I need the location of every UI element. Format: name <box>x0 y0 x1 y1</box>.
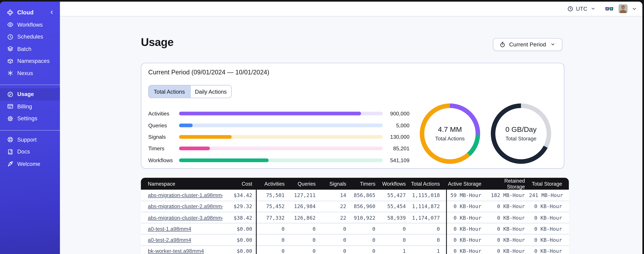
namespace-link[interactable]: abs-migration-cluster-3.a98mm4 <box>141 214 222 221</box>
sidebar-item-namespaces[interactable]: Namespaces <box>0 55 60 67</box>
cell-total-storage: 0 KB-Hour <box>529 214 569 221</box>
sidebar-collapse-button[interactable] <box>48 9 55 16</box>
cell-cost: $0.00 <box>222 226 256 232</box>
bar-fill-activities <box>179 112 361 116</box>
user-avatar[interactable] <box>618 4 628 13</box>
card-title: Current Period (09/01/2024 — 10/01/2024) <box>148 68 269 76</box>
clock-icon <box>567 5 574 12</box>
namespace-link[interactable]: a0-test-2.a98mm4 <box>141 237 222 243</box>
chevron-left-icon <box>48 9 55 16</box>
sidebar-item-label: Schedules <box>17 34 43 40</box>
bar-row-timers: Timers85,201 <box>148 145 410 152</box>
cell-retained-storage: 0 KB-Hour <box>486 226 529 232</box>
schedules-icon <box>6 34 14 40</box>
cell-workflows: 0 <box>380 226 410 232</box>
stopwatch-icon <box>499 41 506 48</box>
sidebar-item-settings[interactable]: Settings <box>0 112 60 125</box>
sidebar-item-support[interactable]: Support <box>0 134 60 146</box>
tab-daily-actions[interactable]: Daily Actions <box>190 86 231 98</box>
timezone-selector[interactable]: UTC <box>567 5 596 12</box>
cell-queries: 126,862 <box>289 214 320 221</box>
bar-fill-queries <box>179 124 192 127</box>
cell-queries: 0 <box>289 226 320 232</box>
cell-active-storage: 0 KB-Hour <box>444 203 486 210</box>
sidebar-item-welcome[interactable]: Welcome <box>0 158 60 170</box>
cell-active-storage: 59 MB-Hour <box>444 192 486 198</box>
docs-icon <box>6 148 14 156</box>
sidebar-item-label: Workflows <box>17 22 43 28</box>
workflows-icon <box>6 21 14 28</box>
sidebar-brand[interactable]: Cloud <box>0 6 60 19</box>
cell-total-actions: 0 <box>410 237 444 243</box>
table-header-row: NamespaceCostActivitiesQueriesSignalsTim… <box>141 178 569 190</box>
sidebar-item-docs[interactable]: Docs <box>0 146 60 158</box>
cell-total-actions: 1,174,077 <box>410 214 444 221</box>
settings-icon <box>6 115 14 122</box>
table-group-divider <box>256 190 257 254</box>
total-actions-label: Total Actions <box>435 136 465 142</box>
cell-cost: $34.42 <box>222 192 256 198</box>
cell-total-storage: 241 MB-Hour <box>529 192 569 198</box>
sidebar-item-label: Nexus <box>17 70 33 76</box>
sidebar: Cloud WorkflowsSchedulesBatchNamespacesN… <box>0 2 60 254</box>
column-header-signals: Signals <box>320 181 350 186</box>
period-select-button[interactable]: Current Period <box>493 38 562 51</box>
cell-signals: 0 <box>320 248 350 254</box>
cell-cost: $38.42 <box>222 214 256 221</box>
sidebar-item-label: Batch <box>17 46 32 52</box>
bar-track-workflows <box>179 158 383 162</box>
cell-timers: 0 <box>350 226 380 232</box>
namespace-link[interactable]: abs-migration-cluster-2.a98mm4 <box>141 203 222 210</box>
bar-track-timers <box>179 147 383 150</box>
column-header-active-storage: Active Storage <box>444 181 486 186</box>
cell-workflows: 1 <box>380 248 410 254</box>
nexus-icon <box>6 70 14 77</box>
column-header-retained-storage: Retained Storage <box>486 178 529 190</box>
sidebar-item-batch[interactable]: Batch <box>0 43 60 55</box>
cell-activities: 0 <box>256 226 289 232</box>
cell-total-actions: 0 <box>410 226 444 232</box>
sidebar-nav-footer: SupportDocsWelcome <box>0 134 60 170</box>
bar-value: 900,000 <box>383 110 410 117</box>
sidebar-item-nexus[interactable]: Nexus <box>0 67 60 79</box>
cell-cost: $29.32 <box>222 203 256 210</box>
cell-signals: 22 <box>320 214 350 221</box>
bar-label: Workflows <box>148 157 179 163</box>
topbar: UTC <box>60 2 642 16</box>
bar-row-activities: Activities900,000 <box>148 110 410 118</box>
total-actions-donut-center: 4.7 MM Total Actions <box>420 104 480 164</box>
account-menu-button[interactable] <box>631 5 638 12</box>
bar-value: 5,000 <box>383 122 410 128</box>
sidebar-item-label: Billing <box>17 104 32 110</box>
cell-workflows: 58,939 <box>380 214 410 221</box>
cell-activities: 0 <box>256 237 289 243</box>
batch-icon <box>6 46 14 52</box>
bar-row-queries: Queries5,000 <box>148 122 410 129</box>
cell-cost: $0.00 <box>222 248 256 254</box>
table-row: abs-migration-cluster-3.a98mm4$38.4277,3… <box>141 212 569 223</box>
feedback-glasses-button[interactable] <box>606 5 613 12</box>
column-header-workflows: Workflows <box>380 181 410 186</box>
cell-active-storage: 0 KB-Hour <box>444 214 486 221</box>
cell-retained-storage: 0 KB-Hour <box>486 248 529 254</box>
sidebar-item-usage[interactable]: Usage <box>0 88 60 100</box>
sidebar-item-billing[interactable]: Billing <box>0 100 60 112</box>
cell-total-storage: 0 KB-Hour <box>529 203 569 210</box>
sidebar-item-schedules[interactable]: Schedules <box>0 31 60 43</box>
cell-cost: $0.00 <box>222 237 256 243</box>
tab-total-actions[interactable]: Total Actions <box>149 86 190 98</box>
namespace-link[interactable]: a0-test-1.a98mm4 <box>141 226 222 232</box>
cell-activities: 75,501 <box>256 192 289 198</box>
sidebar-item-workflows[interactable]: Workflows <box>0 19 60 31</box>
total-storage-donut-center: 0 GB/Day Total Storage <box>491 104 551 164</box>
current-period-card: Current Period (09/01/2024 — 10/01/2024)… <box>141 63 564 169</box>
table-row: a0-test-1.a98mm4$0.000000000 KB-Hour0 KB… <box>141 223 569 234</box>
chevron-down-icon <box>549 41 556 48</box>
namespace-link[interactable]: abs-migration-cluster-1.a98mm4 <box>141 192 222 198</box>
total-storage-value: 0 GB/Day <box>506 126 536 134</box>
cell-total-actions: 1,115,018 <box>410 192 444 198</box>
glasses-icon <box>606 5 613 12</box>
cell-workflows: 55,427 <box>380 192 410 198</box>
namespace-link[interactable]: bk-worker-test.a98mm4 <box>141 248 222 254</box>
usage-page: Usage Current Period Current Period (09/… <box>60 16 642 254</box>
